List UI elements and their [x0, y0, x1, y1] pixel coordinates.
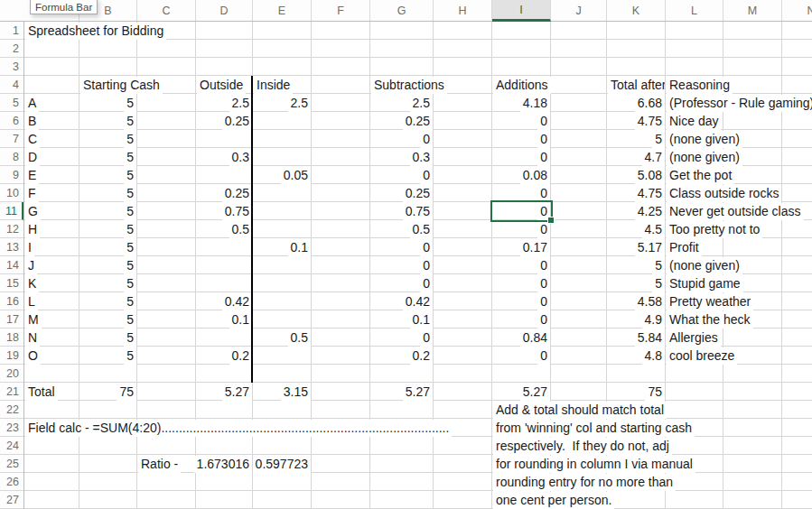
cell-J13[interactable] — [551, 238, 607, 256]
cell-H6[interactable] — [434, 112, 492, 130]
cell-N19[interactable] — [782, 347, 812, 365]
row-header-15[interactable]: 15 — [0, 274, 23, 292]
cell-F24[interactable] — [312, 437, 370, 455]
cell-M2[interactable] — [723, 40, 782, 58]
cell-C2[interactable] — [137, 40, 196, 58]
cell-C16[interactable] — [137, 292, 196, 310]
cell-B26[interactable] — [79, 473, 137, 491]
cell-F11[interactable] — [312, 202, 370, 220]
row-header-18[interactable]: 18 — [0, 329, 23, 347]
cell-F2[interactable] — [312, 40, 370, 58]
cell-H21[interactable] — [434, 383, 492, 401]
cell-F17[interactable] — [312, 310, 370, 329]
cell-C11[interactable] — [137, 202, 196, 220]
cell-H2[interactable] — [434, 40, 492, 58]
cell-J17[interactable] — [551, 310, 607, 329]
cell-H5[interactable] — [434, 94, 492, 112]
cell-F20[interactable] — [312, 365, 370, 383]
cell-M23[interactable] — [723, 419, 782, 437]
row-header-16[interactable]: 16 — [0, 292, 23, 310]
cell-F7[interactable] — [312, 130, 370, 148]
cell-F19[interactable] — [312, 347, 370, 365]
cell-C20[interactable] — [137, 365, 196, 383]
row-header-19[interactable]: 19 — [0, 347, 23, 365]
cell-H19[interactable] — [434, 347, 492, 365]
cell-C22[interactable] — [137, 401, 196, 419]
cell-N20[interactable] — [782, 365, 812, 383]
cell-B2[interactable] — [79, 40, 137, 58]
cell-H13[interactable] — [434, 238, 492, 256]
cell-J9[interactable] — [551, 166, 607, 184]
row-header-8[interactable]: 8 — [0, 148, 23, 166]
cell-F27[interactable] — [312, 491, 370, 509]
cell-J20[interactable] — [551, 365, 607, 383]
cell-K27[interactable] — [607, 491, 666, 509]
cell-E26[interactable] — [253, 473, 312, 491]
cell-G20[interactable] — [370, 365, 434, 383]
cell-N14[interactable] — [782, 256, 812, 274]
cell-C12[interactable] — [137, 220, 196, 238]
cell-D3[interactable] — [196, 58, 253, 76]
cell-A24[interactable] — [24, 437, 79, 455]
cell-F25[interactable] — [312, 455, 370, 473]
cell-N25[interactable] — [782, 455, 812, 473]
cell-B3[interactable] — [79, 58, 137, 76]
cell-H27[interactable] — [434, 491, 492, 509]
cell-E8[interactable] — [253, 148, 312, 166]
column-header-L[interactable]: L — [666, 0, 723, 21]
cell-N12[interactable] — [782, 220, 812, 238]
cell-N8[interactable] — [782, 148, 812, 166]
cell-N3[interactable] — [782, 58, 812, 76]
column-header-D[interactable]: D — [196, 0, 253, 21]
cell-F1[interactable] — [312, 22, 370, 40]
cell-E11[interactable] — [253, 202, 312, 220]
cell-N21[interactable] — [782, 383, 812, 401]
cell-A2[interactable] — [24, 40, 79, 58]
row-header-12[interactable]: 12 — [0, 220, 23, 238]
cell-C9[interactable] — [137, 166, 196, 184]
cell-N15[interactable] — [782, 274, 812, 292]
cell-H24[interactable] — [434, 437, 492, 455]
cell-K2[interactable] — [607, 40, 666, 58]
cell-J11[interactable] — [551, 202, 607, 220]
cell-G2[interactable] — [370, 40, 434, 58]
cell-L27[interactable] — [666, 491, 723, 509]
cell-D14[interactable] — [196, 256, 253, 274]
cell-N2[interactable] — [782, 40, 812, 58]
cell-J7[interactable] — [551, 130, 607, 148]
cell-C5[interactable] — [137, 94, 196, 112]
cell-I1[interactable] — [492, 22, 551, 40]
cell-N16[interactable] — [782, 292, 812, 310]
cell-E16[interactable] — [253, 292, 312, 310]
cell-C7[interactable] — [137, 130, 196, 148]
column-header-C[interactable]: C — [137, 0, 196, 21]
cell-F8[interactable] — [312, 148, 370, 166]
cell-C15[interactable] — [137, 274, 196, 292]
row-header-27[interactable]: 27 — [0, 491, 23, 509]
column-header-J[interactable]: J — [551, 0, 607, 21]
column-header-F[interactable]: F — [312, 0, 370, 21]
row-header-26[interactable]: 26 — [0, 473, 23, 491]
row-header-24[interactable]: 24 — [0, 437, 23, 455]
cell-F9[interactable] — [312, 166, 370, 184]
cell-H16[interactable] — [434, 292, 492, 310]
cell-J3[interactable] — [551, 58, 607, 76]
cell-F10[interactable] — [312, 184, 370, 202]
cell-C10[interactable] — [137, 184, 196, 202]
cell-M18[interactable] — [723, 329, 782, 347]
row-header-10[interactable]: 10 — [0, 184, 23, 202]
cell-H18[interactable] — [434, 329, 492, 347]
cell-D26[interactable] — [196, 473, 253, 491]
row-header-17[interactable]: 17 — [0, 310, 23, 329]
cell-F22[interactable] — [312, 401, 370, 419]
cell-N22[interactable] — [782, 401, 812, 419]
cell-L24[interactable] — [666, 437, 723, 455]
cell-M1[interactable] — [723, 22, 782, 40]
cell-F15[interactable] — [312, 274, 370, 292]
cell-E6[interactable] — [253, 112, 312, 130]
cell-D13[interactable] — [196, 238, 253, 256]
cell-L20[interactable] — [666, 365, 723, 383]
cell-K20[interactable] — [607, 365, 666, 383]
cell-J14[interactable] — [551, 256, 607, 274]
cell-J16[interactable] — [551, 292, 607, 310]
